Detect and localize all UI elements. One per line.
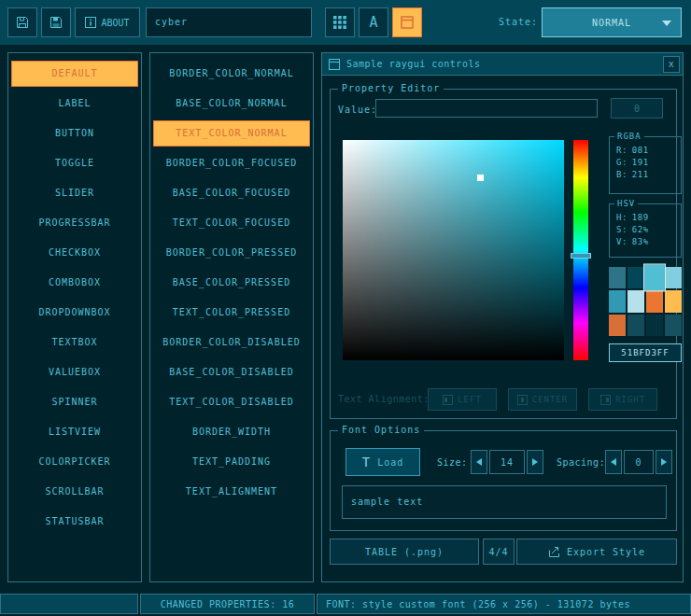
about-button[interactable]: ABOUT (75, 7, 140, 37)
controls-list: DEFAULTLABELBUTTONTOGGLESLIDERPROGRESSBA… (7, 52, 142, 582)
style-edit-mode-button[interactable] (392, 7, 422, 37)
load-file-icon (15, 15, 30, 30)
list-item-slider[interactable]: SLIDER (11, 180, 138, 206)
font-icon: A (369, 14, 377, 31)
list-item-scrollbar[interactable]: SCROLLBAR (11, 479, 138, 505)
save-style-button[interactable] (41, 7, 71, 37)
list-item-button[interactable]: BUTTON (11, 120, 138, 147)
palette-swatch-10[interactable] (646, 315, 663, 336)
b-label: B: (616, 170, 628, 179)
list-item-border_color_pressed[interactable]: BORDER_COLOR_PRESSED (153, 240, 310, 266)
color-picker-panel[interactable] (343, 140, 564, 360)
list-item-label[interactable]: LABEL (11, 91, 138, 117)
list-item-dropdownbox[interactable]: DROPDOWNBOX (11, 300, 138, 326)
align-right-button[interactable]: RIGHT (588, 388, 657, 411)
load-style-button[interactable] (7, 7, 37, 37)
align-center-icon (517, 395, 528, 405)
list-item-default[interactable]: DEFAULT (11, 61, 138, 87)
font-info-text: FONT: style custom font (256 x 256) - 13… (326, 599, 630, 609)
list-item-base_color_disabled[interactable]: BASE_COLOR_DISABLED (153, 359, 310, 385)
left-arrow-icon (476, 458, 482, 466)
list-item-spinner[interactable]: SPINNER (11, 389, 138, 415)
color-palette (609, 267, 682, 336)
list-item-checkbox[interactable]: CHECKBOX (11, 240, 138, 266)
page-indicator-value: 4/4 (488, 547, 508, 557)
spacing-increase-button[interactable] (656, 450, 672, 474)
hsv-group: HSV H:189 S:62% V:83% (609, 203, 682, 258)
size-increase-button[interactable] (527, 450, 543, 474)
sample-text-input[interactable]: sample text (342, 485, 667, 519)
sample-controls-window: Sample raygui controls x Property Editor… (321, 52, 684, 582)
page-indicator[interactable]: 4/4 (483, 539, 515, 565)
list-item-border_color_disabled[interactable]: BORDER_COLOR_DISABLED (153, 329, 310, 356)
palette-swatch-7[interactable] (665, 290, 682, 312)
value-label: Value: (338, 101, 377, 119)
state-dropdown[interactable]: NORMAL (542, 7, 682, 37)
style-table-button[interactable] (325, 7, 355, 37)
style-name-input[interactable]: cyber (146, 7, 312, 37)
value-box[interactable]: 0 (611, 98, 663, 119)
size-value[interactable]: 14 (489, 450, 525, 474)
list-item-listview[interactable]: LISTVIEW (11, 419, 138, 445)
palette-swatch-5[interactable] (628, 290, 644, 312)
list-item-colorpicker[interactable]: COLORPICKER (11, 449, 138, 475)
window-title: Sample raygui controls (346, 59, 480, 69)
list-item-text_alignment[interactable]: TEXT_ALIGNMENT (153, 479, 310, 505)
close-icon: x (669, 59, 675, 69)
list-item-text_color_normal[interactable]: TEXT_COLOR_NORMAL (153, 120, 310, 147)
list-item-base_color_normal[interactable]: BASE_COLOR_NORMAL (153, 91, 310, 117)
g-value: 191 (632, 158, 649, 167)
palette-swatch-3[interactable] (665, 267, 682, 288)
align-left-button[interactable]: LEFT (428, 388, 497, 411)
table-export-button[interactable]: TABLE (.png) (330, 539, 479, 565)
changed-properties-text: CHANGED PROPERTIES: 16 (161, 599, 294, 609)
color-picker-cursor[interactable] (477, 175, 484, 181)
palette-swatch-0[interactable] (609, 267, 626, 288)
list-item-statusbar[interactable]: STATUSBAR (11, 509, 138, 535)
palette-swatch-11[interactable] (665, 315, 682, 336)
palette-swatch-6[interactable] (646, 290, 663, 312)
spacing-decrease-button[interactable] (605, 450, 622, 474)
list-item-text_color_pressed[interactable]: TEXT_COLOR_PRESSED (153, 300, 310, 326)
list-item-valuebox[interactable]: VALUEBOX (11, 359, 138, 385)
window-edit-icon (401, 16, 414, 29)
rgba-group: RGBA R:081 G:191 B:211 (609, 136, 682, 194)
list-item-text_color_disabled[interactable]: TEXT_COLOR_DISABLED (153, 389, 310, 415)
font-options-group: Font Options T Load Size: 14 Spacing: 0 … (330, 430, 677, 531)
list-item-base_color_pressed[interactable]: BASE_COLOR_PRESSED (153, 270, 310, 296)
table-export-label: TABLE (.png) (365, 547, 444, 557)
s-value: 62% (632, 225, 649, 234)
size-decrease-button[interactable] (471, 450, 487, 474)
hex-color-input[interactable]: 51BFD3FF (609, 343, 682, 362)
window-titlebar[interactable]: Sample raygui controls x (322, 53, 683, 76)
list-item-text_padding[interactable]: TEXT_PADDING (153, 449, 310, 475)
font-atlas-button[interactable]: A (359, 7, 388, 37)
list-item-border_width[interactable]: BORDER_WIDTH (153, 419, 310, 445)
list-item-textbox[interactable]: TEXTBOX (11, 329, 138, 356)
chevron-down-icon (662, 21, 671, 26)
font-load-label: Load (377, 457, 403, 468)
palette-swatch-9[interactable] (628, 315, 644, 336)
window-icon (329, 59, 340, 70)
palette-swatch-8[interactable] (609, 315, 626, 336)
list-item-combobox[interactable]: COMBOBOX (11, 270, 138, 296)
spacing-value[interactable]: 0 (624, 450, 654, 474)
hue-slider-handle[interactable] (571, 253, 591, 259)
list-item-toggle[interactable]: TOGGLE (11, 150, 138, 176)
list-item-border_color_focused[interactable]: BORDER_COLOR_FOCUSED (153, 150, 310, 176)
list-item-progressbar[interactable]: PROGRESSBAR (11, 210, 138, 236)
list-item-border_color_normal[interactable]: BORDER_COLOR_NORMAL (153, 61, 310, 87)
palette-swatch-2[interactable] (644, 265, 665, 291)
align-center-button[interactable]: CENTER (508, 388, 577, 411)
font-load-button[interactable]: T Load (346, 448, 420, 476)
font-load-icon: T (362, 455, 371, 469)
export-style-button[interactable]: Export Style (516, 539, 677, 565)
list-item-text_color_focused[interactable]: TEXT_COLOR_FOCUSED (153, 210, 310, 236)
palette-swatch-1[interactable] (628, 267, 644, 288)
palette-swatch-4[interactable] (609, 290, 626, 312)
v-label: V: (616, 237, 628, 246)
value-input[interactable] (375, 99, 598, 118)
list-item-base_color_focused[interactable]: BASE_COLOR_FOCUSED (153, 180, 310, 206)
hue-bar[interactable] (573, 140, 588, 360)
close-button[interactable]: x (663, 56, 680, 73)
